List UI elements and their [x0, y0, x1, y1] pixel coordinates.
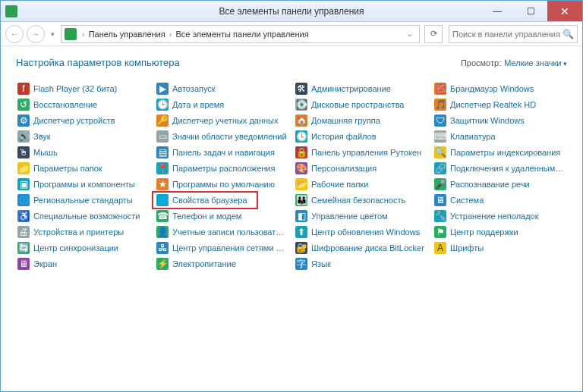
control-panel-item[interactable]: 🌐Региональные стандарты — [16, 193, 150, 207]
control-panel-item[interactable]: 🔐Шифрование диска BitLocker — [294, 241, 428, 255]
item-label: Диспетчер Realtek HD — [450, 100, 536, 109]
item-label: Диспетчер учетных данных — [172, 116, 279, 125]
control-panel-item[interactable]: 🔄Центр синхронизации — [16, 241, 150, 255]
item-icon: 🕒 — [156, 99, 169, 111]
search-input[interactable] — [452, 30, 563, 39]
control-panel-item[interactable]: ★Программы по умолчанию — [155, 177, 289, 191]
maximize-button[interactable]: ☐ — [514, 1, 547, 21]
item-icon: ⚙ — [17, 114, 30, 127]
address-bar[interactable]: › Панель управления › Все элементы панел… — [61, 25, 420, 43]
control-panel-item[interactable]: 🖨Устройства и принтеры — [16, 225, 150, 239]
control-panel-item[interactable]: 📁Параметры папок — [16, 162, 150, 175]
control-panel-item[interactable]: 🖥Система — [433, 193, 567, 207]
control-panel-item[interactable]: ↺Восстановление — [16, 98, 150, 111]
item-label: Свойства браузера — [172, 196, 247, 205]
item-icon: ▤ — [156, 146, 169, 158]
history-dropdown-icon[interactable]: ▾ — [48, 30, 58, 38]
item-label: Распознавание речи — [450, 180, 530, 189]
item-label: Управление цветом — [311, 212, 388, 221]
control-panel-item[interactable]: 👤Учетные записи пользователей — [155, 225, 289, 239]
control-panel-item[interactable]: 🧱Брандмауэр Windows — [433, 82, 567, 96]
item-icon: 🛠 — [295, 83, 307, 95]
control-panel-item[interactable]: ⚙Диспетчер устройств — [16, 114, 150, 127]
item-label: Устройства и принтеры — [33, 227, 124, 237]
item-label: Язык — [311, 259, 331, 268]
item-label: Центр управления сетями и общи… — [172, 243, 288, 252]
item-icon: 🎨 — [295, 162, 307, 174]
control-panel-item[interactable]: ⬆Центр обновления Windows — [294, 225, 428, 239]
item-icon: 🕓 — [295, 130, 307, 143]
close-button[interactable]: ✕ — [547, 1, 582, 21]
item-label: Диспетчер устройств — [33, 116, 115, 125]
forward-button[interactable]: → — [27, 25, 45, 43]
minimize-button[interactable]: — — [481, 1, 514, 21]
control-panel-item[interactable]: ▭Значки области уведомлений — [155, 130, 289, 143]
control-panel-item[interactable]: 🎵Диспетчер Realtek HD — [433, 98, 567, 111]
item-label: Администрирование — [311, 84, 391, 93]
item-icon: 🔑 — [156, 114, 169, 127]
control-panel-item[interactable]: 🎤Распознавание речи — [433, 177, 567, 191]
control-panel-item[interactable]: 🕓История файлов — [294, 130, 428, 143]
navbar: ← → ▾ › Панель управления › Все элементы… — [1, 22, 582, 46]
item-icon: 👤 — [156, 226, 169, 238]
view-selector[interactable]: Мелкие значки — [504, 58, 567, 67]
control-panel-item[interactable]: 🌐Свойства браузера — [155, 193, 289, 207]
item-label: Подключения к удаленным рабоч… — [450, 164, 566, 173]
content-area: Настройка параметров компьютера Просмотр… — [1, 46, 582, 391]
control-panel-item[interactable]: AШрифты — [433, 241, 567, 255]
control-panel-item[interactable]: ◧Управление цветом — [294, 209, 428, 223]
control-panel-item[interactable]: 🛡Защитник Windows — [433, 114, 567, 127]
control-panel-item[interactable]: 🔑Диспетчер учетных данных — [155, 114, 289, 127]
item-label: Шифрование диска BitLocker — [311, 243, 424, 252]
control-panel-item[interactable]: 💽Дисковые пространства — [294, 98, 428, 111]
control-panel-item[interactable]: 🔒Панель управления Рутокен — [294, 146, 428, 159]
control-panel-item[interactable]: 📍Параметры расположения — [155, 162, 289, 175]
search-box[interactable]: 🔍 — [449, 25, 578, 43]
control-panel-item[interactable]: 🖧Центр управления сетями и общи… — [155, 241, 289, 255]
item-icon: 🔐 — [295, 242, 307, 254]
item-icon: 🌐 — [17, 194, 30, 206]
control-panel-item[interactable]: ▤Панель задач и навигация — [155, 146, 289, 159]
control-panel-item[interactable]: 🔍Параметры индексирования — [433, 146, 567, 159]
item-icon: ▶ — [156, 83, 169, 95]
item-label: Специальные возможности — [33, 212, 140, 221]
control-panel-item[interactable]: 👪Семейная безопасность — [294, 193, 428, 207]
item-label: Параметры расположения — [172, 164, 275, 173]
item-label: Клавиатура — [450, 132, 496, 141]
item-label: Программы по умолчанию — [172, 180, 275, 189]
item-icon: ⌨ — [434, 130, 446, 143]
control-panel-item[interactable]: 🔊Звук — [16, 130, 150, 143]
breadcrumb-root[interactable]: Панель управления — [89, 30, 165, 39]
item-label: Региональные стандарты — [33, 196, 133, 205]
control-panel-item[interactable]: 🔗Подключения к удаленным рабоч… — [433, 162, 567, 175]
control-panel-item[interactable]: 🏠Домашняя группа — [294, 114, 428, 127]
control-panel-item[interactable]: ▶Автозапуск — [155, 82, 289, 96]
control-panel-item[interactable]: ⌨Клавиатура — [433, 130, 567, 143]
chevron-right-icon: › — [167, 30, 175, 39]
control-panel-item[interactable]: 🖥Экран — [16, 257, 150, 271]
control-panel-item[interactable]: 字Язык — [294, 257, 428, 271]
refresh-button[interactable]: ⟳ — [424, 25, 443, 43]
item-icon: ↺ — [17, 99, 30, 111]
control-panel-item[interactable]: fFlash Player (32 бита) — [16, 82, 150, 96]
address-dropdown-icon[interactable]: ⌄ — [403, 29, 416, 39]
item-icon: 🔒 — [295, 146, 307, 158]
item-label: Брандмауэр Windows — [450, 84, 534, 93]
control-panel-item[interactable]: 🔧Устранение неполадок — [433, 209, 567, 223]
control-panel-item[interactable]: ☎Телефон и модем — [155, 209, 289, 223]
control-panel-item[interactable]: 🎨Персонализация — [294, 162, 428, 175]
back-button[interactable]: ← — [5, 25, 24, 43]
item-icon: f — [17, 83, 30, 95]
control-panel-item[interactable]: ⚡Электропитание — [155, 257, 289, 271]
control-panel-item[interactable]: ▣Программы и компоненты — [16, 177, 150, 191]
control-panel-item[interactable]: 🛠Администрирование — [294, 82, 428, 96]
control-panel-item[interactable]: 🕒Дата и время — [155, 98, 289, 111]
control-panel-item[interactable]: ⚑Центр поддержки — [433, 225, 567, 239]
control-panel-item[interactable]: 📂Рабочие папки — [294, 177, 428, 191]
control-panel-item[interactable]: 🖱Мышь — [16, 146, 150, 159]
control-panel-item[interactable]: ♿Специальные возможности — [16, 209, 150, 223]
item-label: Параметры папок — [33, 164, 102, 173]
item-label: Центр синхронизации — [33, 243, 118, 252]
item-icon: 💽 — [295, 99, 307, 111]
breadcrumb-current[interactable]: Все элементы панели управления — [175, 30, 308, 39]
